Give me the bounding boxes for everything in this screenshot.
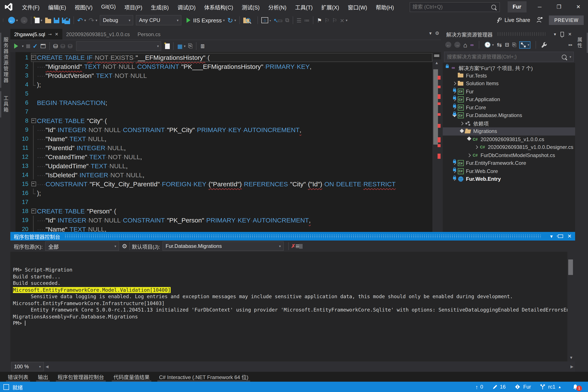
horizontal-scrollbar[interactable]: ◀▶ [44, 362, 575, 372]
refresh-button[interactable]: ↻▾ [226, 15, 237, 26]
stop-icon[interactable] [299, 244, 303, 248]
menu-窗口(W)[interactable]: 窗口(W) [343, 0, 371, 14]
menu-分析(N)[interactable]: 分析(N) [264, 0, 291, 14]
code-line-16[interactable]: 16); [15, 188, 432, 198]
execute-query-button[interactable]: ▾ [13, 41, 25, 51]
query-options-icon[interactable]: 🗏 [198, 41, 207, 51]
code-line-3[interactable]: 3····"ProductVersion"·TEXT·NOT·NULL [15, 71, 432, 80]
default-project-combo[interactable]: Fur.Database.Migrations▾ [163, 242, 284, 251]
expander-collapsed-icon[interactable] [459, 122, 464, 125]
menu-视图(V)[interactable]: 视图(V) [70, 0, 97, 14]
tree-item-Fur.Application[interactable]: C#Fur.Application [443, 96, 575, 104]
back-icon[interactable]: ← [445, 42, 451, 48]
tree-item-Fur[interactable]: C#Fur [443, 88, 575, 96]
package-source-settings-icon[interactable]: ⚙ [122, 243, 127, 250]
tree-item-Solution Items[interactable]: Solution Items [443, 80, 575, 88]
code-line-2[interactable]: 2····"MigrationId"·TEXT·NOT·NULL·CONSTRA… [15, 62, 432, 71]
indent-increase-icon[interactable]: ≔ [303, 15, 311, 26]
console-position-icon[interactable]: ▼ [549, 234, 554, 238]
menu-调试(D)[interactable]: 调试(D) [173, 0, 200, 14]
unpushed-commits-indicator[interactable]: ↑0 [475, 384, 483, 390]
scroll-left-arrow[interactable]: ◀ [45, 364, 49, 369]
tab-pin-icon[interactable]: ⊸ [48, 32, 52, 36]
open-file-button[interactable] [44, 15, 52, 26]
code-line-19[interactable]: 19····"Id"·INTEGER·NOT·NULL·CONSTRAINT·"… [15, 216, 432, 224]
console-title-bar[interactable]: 程序包管理器控制台 ▼ ✕ [10, 232, 575, 240]
tree-item-Migrations[interactable]: Migrations [443, 127, 575, 135]
menu-工具(T)[interactable]: 工具(T) [291, 0, 317, 14]
switch-views-icon[interactable]: ∞ [470, 42, 474, 47]
restore-button[interactable]: ❐ [549, 0, 569, 14]
save-all-button[interactable] [60, 15, 71, 26]
console-close-icon[interactable]: ✕ [567, 233, 572, 239]
code-line-14[interactable]: 14····"IsDeleted"·INTEGER·NOT·NULL, [15, 170, 432, 180]
solution-platforms-combo[interactable]: Any CPU▾ [136, 15, 182, 26]
sync-with-active-document-icon[interactable]: ⇆ [497, 41, 502, 48]
panel-tab-C# Interactive (.NET Framework 64 位)[interactable]: C# Interactive (.NET Framework 64 位) [159, 372, 248, 380]
indent-decrease-icon[interactable]: ☰ [295, 15, 303, 26]
panel-tab-代码度量值结果[interactable]: 代码度量值结果 [113, 372, 150, 380]
background-tasks-icon[interactable] [3, 384, 9, 390]
tree-item-Fur.EntityFramework.Core[interactable]: C#Fur.EntityFramework.Core [443, 159, 575, 167]
scroll-right-arrow[interactable]: ▶ [570, 364, 573, 369]
startup-page-button[interactable]: ⌂▾ [260, 15, 272, 26]
properties-wrench-icon[interactable] [541, 42, 547, 48]
code-line-4[interactable]: 4); [15, 80, 432, 89]
code-line-18[interactable]: 18CREATE·TABLE·"Person"·( [15, 206, 432, 216]
doc-tab[interactable]: 20200926093815_v1.0.0.cs [62, 29, 134, 40]
code-line-13[interactable]: 13····"UpdatedTime"·TEXT·NULL, [15, 161, 432, 170]
vertical-tab-属性[interactable]: 属性 [575, 33, 588, 53]
zoom-level-combo[interactable]: 100 %▾ [11, 362, 44, 371]
vertical-tab-服务器资源管理器[interactable]: 服务器资源管理器 [0, 33, 10, 88]
feedback-person-icon[interactable] [536, 16, 543, 24]
tree-item-20200926093815_v1.0.0.cs[interactable]: C#20200926093815_v1.0.0.cs [443, 135, 575, 143]
panel-tab-错误列表[interactable]: 错误列表 [8, 372, 28, 380]
save-button[interactable] [52, 15, 60, 26]
toolbar-grip[interactable]: ⁞ [2, 18, 4, 22]
tree-item-FurDbContextModelSnapshot.cs[interactable]: C#FurDbContextModelSnapshot.cs [443, 151, 575, 159]
tree-item-Fur.Core[interactable]: C#Fur.Core [443, 104, 575, 112]
disconnect-database-icon[interactable]: ⛁ [59, 41, 66, 51]
tree-item-20200926093815_v1.0.0.Designer.cs[interactable]: C#20200926093815_v1.0.0.Designer.cs [443, 143, 575, 151]
tree-item-依赖项[interactable]: 依赖项 [443, 120, 575, 127]
solution-search-input[interactable] [444, 54, 562, 60]
console-scroll-down[interactable]: ▼ [567, 354, 575, 362]
next-bookmark-button[interactable]: ⚐ [331, 15, 339, 26]
menu-文件(F)[interactable]: 文件(F) [18, 0, 44, 14]
tree-item-解决方案"Fur"(7 个项目, 共 7 个)[interactable]: ∞解决方案"Fur"(7 个项目, 共 7 个) [443, 64, 575, 72]
preview-button[interactable]: PREVIEW [549, 16, 584, 25]
redo-button[interactable]: ↷▾ [87, 15, 99, 26]
doc-tab[interactable]: Person.cs [134, 29, 164, 40]
expander-collapsed-icon[interactable] [466, 154, 471, 157]
panel-tab-输出[interactable]: 输出 [38, 372, 48, 380]
menu-体系结构(C)[interactable]: 体系结构(C) [200, 0, 237, 14]
new-file-button[interactable]: ▾ [33, 15, 44, 26]
expander-expanded-icon[interactable] [459, 130, 464, 133]
code-line-10[interactable]: 10····"Name"·TEXT·NULL, [15, 134, 432, 143]
pending-changes-filter-icon[interactable]: 🕒▾ [484, 42, 494, 48]
editor-vertical-scrollbar[interactable]: ▲ [432, 52, 441, 232]
pin-icon[interactable] [560, 32, 564, 36]
console-pin-icon[interactable] [558, 234, 563, 238]
solution-search-box[interactable]: ▾ [444, 52, 574, 62]
scrollbar-thumb[interactable] [433, 69, 438, 144]
console-scrollbar-thumb[interactable] [568, 260, 573, 275]
active-files-dropdown-icon[interactable]: ▾ [429, 30, 431, 36]
tree-item-Fur.Database.Migrations[interactable]: C#Fur.Database.Migrations [443, 112, 575, 120]
code-line-9[interactable]: 9····"Id"·INTEGER·NOT·NULL·CONSTRAINT·"P… [15, 125, 432, 134]
menu-帮助(H)[interactable]: 帮助(H) [371, 0, 398, 14]
toolbar-overflow-icon[interactable]: ▸▸ [569, 42, 573, 47]
notifications-bell[interactable]: 1 [572, 383, 582, 391]
quick-search-input[interactable] [410, 4, 491, 10]
outline-icon[interactable]: ⧉ [284, 15, 291, 26]
start-debug-button[interactable]: IIS Express▾ [186, 15, 226, 26]
package-source-combo[interactable]: 全部▾ [45, 242, 119, 251]
navigate-forward-button[interactable]: → [19, 15, 28, 26]
code-line-20[interactable]: 20····"Name"·TEXT·NULL, [15, 224, 432, 232]
bookmark-button[interactable]: ⚑ [316, 15, 323, 26]
minimize-button[interactable]: ─ [530, 0, 549, 14]
forward-icon[interactable]: → [454, 42, 460, 48]
search-options-chevron[interactable]: ▾ [570, 55, 571, 59]
split-window-handle[interactable] [432, 52, 441, 60]
doc-tab[interactable]: 2hgawwj5.sql⊸✕ [10, 29, 62, 40]
